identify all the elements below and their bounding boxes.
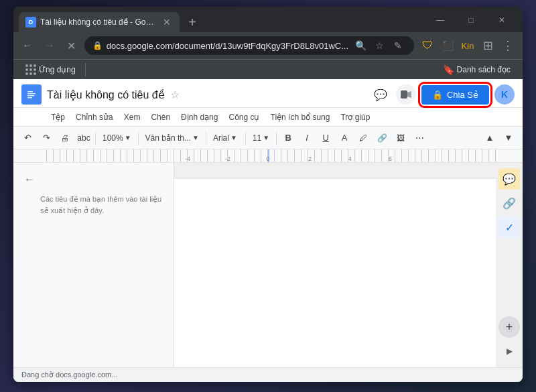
extensions-button[interactable]: ⊞ [478,36,497,55]
svg-rect-7 [401,90,407,99]
minimize-button[interactable]: — [425,11,456,29]
link-button[interactable]: 🔗 [373,129,391,147]
format-bar: ↶ ↷ 🖨 abc 100% ▼ Văn bản th... ▼ Arial ▼… [13,127,523,149]
menu-edit[interactable]: Chỉnh sửa [70,110,119,125]
ruler: 0 2 4 6 -2 -4 [13,149,523,163]
url-bar[interactable]: 🔒 docs.google.com/document/d/13uw9tFdqKg… [84,36,414,55]
status-text: Đang chờ docs.google.com... [21,371,117,379]
format-separator-3 [206,131,206,145]
svg-rect-2 [25,88,38,101]
sidebar-check-icon[interactable]: ✓ [498,216,520,238]
font-dropdown[interactable]: Arial ▼ [209,129,243,147]
document-body[interactable] [201,206,469,367]
menu-file[interactable]: Tệp [46,110,70,125]
sidebar-comments-icon[interactable]: 💬 [498,168,520,190]
svg-rect-3 [27,91,33,92]
menu-addons[interactable]: Tiện ích bổ sung [265,110,336,125]
back-button[interactable]: ← [19,36,37,55]
user-avatar[interactable]: K [494,84,515,105]
format-down-button[interactable]: ▼ [500,129,517,147]
more-format-button[interactable]: ⋯ [411,129,428,147]
reading-list-label: Danh sách đọc [457,65,511,74]
zoom-chevron: ▼ [125,134,131,141]
outline-back-arrow[interactable]: ← [24,174,35,186]
extension2-icon[interactable]: Kin [458,36,477,55]
profile-button[interactable]: ⋮ [498,36,517,55]
bookmark-icon2: 🔖 [443,64,454,75]
comment-button[interactable]: 💬 [371,84,391,105]
browser-window: D Tài liệu không có tiêu đề - Goog... ✕ … [13,7,523,382]
sidebar-expand-icon[interactable]: ▶ [498,340,520,362]
search-icon[interactable]: 🔍 [352,38,368,54]
toolbar-extensions: 🛡 ⬛ Kin ⊞ ⋮ [418,36,517,55]
reload-button[interactable]: ✕ [62,36,80,55]
lock-icon: 🔒 [92,41,103,50]
url-text: docs.google.com/document/d/13uw9tFdqKgy3… [107,41,348,51]
spellcheck-button[interactable]: abc [75,129,92,147]
font-color-label: A [342,133,348,143]
text-style-dropdown[interactable]: Văn bản th... ▼ [141,129,203,147]
tab-close-button[interactable]: ✕ [161,16,173,28]
share-label: Chia Sẻ [447,90,478,100]
docs-icon [21,84,42,105]
docs-header: Tài liệu không có tiêu đề ☆ 💬 🔒 Chia Sẻ … [13,79,523,108]
doc-area: ← Các tiêu đề mà bạn thêm vào tài liệu s… [13,163,523,367]
meet-button[interactable] [396,84,416,105]
bookmark-icon[interactable]: ☆ [371,38,387,54]
apps-button[interactable]: Ứng dụng [21,63,80,76]
print-button[interactable]: 🖨 [56,129,74,147]
svg-rect-4 [27,93,36,94]
format-separator-5 [276,131,277,145]
active-tab[interactable]: D Tài liệu không có tiêu đề - Goog... ✕ [19,12,180,32]
underline-button[interactable]: U [317,129,334,147]
image-button[interactable]: 🖼 [392,129,409,147]
document-page[interactable] [174,179,496,367]
zoom-value: 100% [103,133,123,143]
docs-title: Tài liệu không có tiêu đề [47,88,165,101]
menu-format[interactable]: Định dạng [176,110,223,125]
share-button[interactable]: 🔒 Chia Sẻ [421,85,489,105]
undo-button[interactable]: ↶ [19,129,36,147]
highlight-button[interactable]: 🖊 [354,129,372,147]
svg-text:D: D [29,19,34,25]
maximize-button[interactable]: □ [456,11,486,29]
font-size-dropdown[interactable]: 11 ▼ [249,129,273,147]
format-separator-2 [138,131,139,145]
svg-rect-5 [27,95,34,96]
edit-icon[interactable]: ✎ [390,38,406,54]
redo-button[interactable]: ↷ [38,129,55,147]
menu-help[interactable]: Trợ giúp [335,110,375,125]
address-bar: ← → ✕ 🔒 docs.google.com/document/d/13uw9… [13,32,523,59]
font-size-chevron: ▼ [263,134,269,141]
sidebar-add-button[interactable]: + [498,316,520,338]
bookmark-bar: Ứng dụng 🔖 Danh sách đọc [13,59,523,79]
window-controls: — □ ✕ [425,11,517,29]
italic-button[interactable]: I [298,129,316,147]
tab-title: Tài liệu không có tiêu đề - Goog... [40,17,157,27]
forward-button[interactable]: → [41,36,59,55]
font-color-button[interactable]: A [336,129,353,147]
close-button[interactable]: ✕ [486,11,517,29]
favorite-icon[interactable]: ☆ [170,88,180,101]
status-bar: Đang chờ docs.google.com... [13,367,523,382]
format-separator-4 [245,131,246,145]
menu-bar: Tệp Chỉnh sửa Xem Chèn Định dạng Công cụ… [13,108,523,127]
bold-button[interactable]: B [279,129,297,147]
outline-placeholder-text: Các tiêu đề mà bạn thêm vào tài liệu sẽ … [40,194,163,216]
zoom-dropdown[interactable]: 100% ▼ [98,129,135,147]
svg-marker-8 [407,91,411,98]
format-up-button[interactable]: ▲ [481,129,498,147]
new-tab-button[interactable]: + [182,12,202,32]
svg-rect-6 [27,97,32,99]
tab-favicon: D [25,17,36,27]
menu-view[interactable]: Xem [119,110,146,125]
menu-insert[interactable]: Chèn [145,110,176,125]
sidebar-links-icon[interactable]: 🔗 [498,192,520,214]
reading-list-button[interactable]: 🔖 Danh sách đọc [439,63,515,76]
shield-icon[interactable]: 🛡 [418,36,437,55]
tab-bar: D Tài liệu không có tiêu đề - Goog... ✕ … [13,7,523,32]
menu-tools[interactable]: Công cụ [223,110,265,125]
docs-title-right: 💬 🔒 Chia Sẻ K [371,84,515,105]
apps-grid-icon [25,64,36,75]
extension1-icon[interactable]: ⬛ [438,36,457,55]
